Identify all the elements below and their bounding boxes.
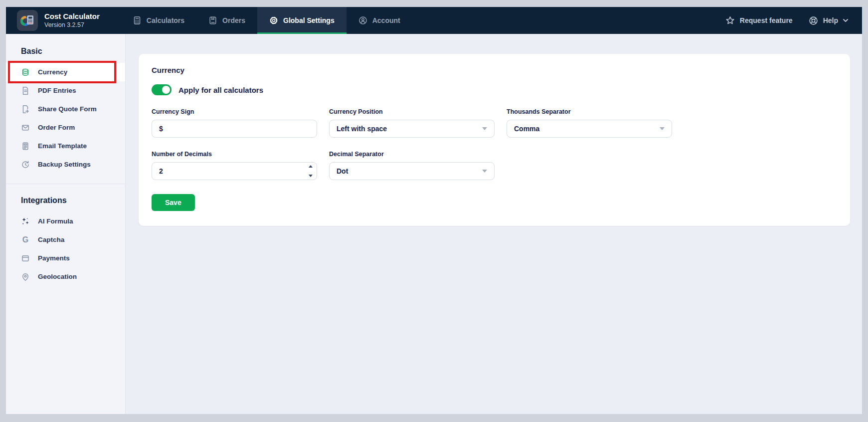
chevron-down-icon: [482, 127, 487, 130]
save-button[interactable]: Save: [152, 194, 195, 211]
chevron-down-icon: [482, 170, 487, 173]
document-icon: [21, 86, 30, 95]
thousands-separator-label: Thousands Separator: [507, 108, 672, 115]
app-title: Cost Calculator: [44, 12, 100, 20]
life-buoy-icon: [809, 16, 818, 25]
sidebar-item-currency[interactable]: Currency: [6, 63, 125, 81]
tab-label: Calculators: [147, 16, 184, 24]
sidebar-section-title-basic: Basic: [6, 47, 125, 56]
star-icon: [725, 16, 735, 25]
sidebar-item-label: Geolocation: [38, 273, 77, 280]
request-feature-label: Request feature: [740, 16, 793, 24]
map-pin-icon: [21, 272, 30, 281]
credit-card-icon: [21, 254, 30, 263]
chevron-down-icon: [843, 19, 848, 22]
apply-all-toggle[interactable]: [152, 84, 172, 95]
stepper-up-icon[interactable]: [309, 165, 313, 168]
sidebar-item-ai-formula[interactable]: AI Formula: [6, 212, 125, 230]
body-row: Basic Currency PDF Entries: [6, 34, 862, 414]
apply-all-toggle-row: Apply for all calculators: [152, 84, 837, 95]
sidebar-item-pdf-entries[interactable]: PDF Entries: [6, 81, 125, 100]
form-row-2: Number of Decimals Decimal Separator: [152, 151, 837, 180]
decimal-separator-value: Dot: [337, 167, 348, 175]
receipt-icon: [21, 142, 30, 151]
sparkles-icon: [21, 217, 30, 226]
help-menu[interactable]: Help: [809, 16, 848, 25]
sidebar-item-backup-settings[interactable]: Backup Settings: [6, 155, 125, 174]
app-window: Cost Calculator Version 3.2.57 Calculato…: [6, 7, 862, 414]
sidebar-section-title-integrations: Integrations: [6, 196, 125, 205]
topbar-right-actions: Request feature Help: [725, 7, 862, 34]
sidebar-item-label: Currency: [38, 68, 67, 76]
top-navigation-bar: Cost Calculator Version 3.2.57 Calculato…: [6, 7, 862, 34]
help-label: Help: [823, 16, 838, 24]
sidebar-divider: [6, 184, 125, 184]
currency-sign-group: Currency Sign: [152, 108, 317, 138]
google-g-icon: G: [21, 235, 30, 244]
tab-orders[interactable]: Orders: [196, 7, 257, 34]
tab-global-settings[interactable]: Global Settings: [257, 7, 347, 34]
sidebar-item-order-form[interactable]: Order Form: [6, 118, 125, 137]
toggle-knob: [162, 86, 170, 94]
sidebar-item-label: Email Template: [38, 142, 87, 150]
history-icon: [21, 160, 30, 169]
sidebar-item-share-quote-form[interactable]: Share Quote Form: [6, 100, 125, 118]
number-stepper[interactable]: [309, 165, 313, 177]
chevron-down-icon: [660, 127, 665, 130]
app-brand: Cost Calculator Version 3.2.57: [6, 7, 121, 34]
settings-sidebar: Basic Currency PDF Entries: [6, 34, 126, 414]
request-feature-button[interactable]: Request feature: [725, 16, 793, 25]
sidebar-item-label: Share Quote Form: [38, 105, 97, 113]
number-of-decimals-input[interactable]: [152, 162, 317, 180]
gear-icon: [269, 16, 278, 25]
apply-all-toggle-label: Apply for all calculators: [178, 86, 263, 94]
app-version: Version 3.2.57: [44, 21, 100, 29]
currency-sign-input[interactable]: [152, 120, 317, 138]
currency-position-value: Left with space: [337, 125, 387, 133]
decimal-separator-group: Decimal Separator Dot: [329, 151, 495, 180]
currency-position-select[interactable]: Left with space: [329, 120, 495, 138]
thousands-separator-group: Thousands Separator Comma: [507, 108, 672, 138]
sidebar-item-email-template[interactable]: Email Template: [6, 137, 125, 155]
sidebar-item-label: AI Formula: [38, 217, 73, 225]
sidebar-item-label: Backup Settings: [38, 161, 91, 168]
currency-position-label: Currency Position: [329, 108, 495, 115]
sidebar-item-captcha[interactable]: G Captcha: [6, 230, 125, 249]
number-of-decimals-label: Number of Decimals: [152, 151, 317, 158]
decimal-separator-select[interactable]: Dot: [329, 162, 495, 180]
main-tabs: Calculators Orders Global Settings: [121, 7, 412, 34]
currency-settings-card: Currency Apply for all calculators Curre…: [139, 54, 850, 226]
currency-position-group: Currency Position Left with space: [329, 108, 495, 138]
number-of-decimals-wrap: [152, 162, 317, 180]
sidebar-item-geolocation[interactable]: Geolocation: [6, 267, 125, 286]
brand-text: Cost Calculator Version 3.2.57: [44, 12, 100, 29]
tab-label: Global Settings: [283, 16, 335, 24]
account-icon: [358, 16, 367, 25]
sidebar-item-label: PDF Entries: [38, 87, 76, 94]
currency-sign-label: Currency Sign: [152, 108, 317, 115]
tab-label: Account: [372, 16, 400, 24]
card-title: Currency: [152, 66, 837, 74]
calculator-icon: [133, 16, 142, 25]
decimal-separator-label: Decimal Separator: [329, 151, 495, 158]
cost-calculator-logo-icon: [19, 12, 36, 29]
sidebar-item-label: Captcha: [38, 236, 64, 243]
sidebar-item-payments[interactable]: Payments: [6, 249, 125, 267]
main-content: Currency Apply for all calculators Curre…: [126, 34, 862, 414]
sidebar-item-label: Payments: [38, 254, 70, 262]
tab-calculators[interactable]: Calculators: [121, 7, 196, 34]
tab-label: Orders: [222, 16, 245, 24]
app-logo: [17, 10, 38, 31]
tab-account[interactable]: Account: [347, 7, 412, 34]
stepper-down-icon[interactable]: [309, 175, 313, 177]
coins-icon: [21, 68, 30, 77]
form-row-1: Currency Sign Currency Position Left wit…: [152, 108, 837, 138]
thousands-separator-select[interactable]: Comma: [507, 120, 672, 138]
envelope-icon: [21, 123, 30, 132]
number-of-decimals-group: Number of Decimals: [152, 151, 317, 180]
sidebar-item-label: Order Form: [38, 124, 75, 131]
share-document-icon: [21, 105, 30, 114]
orders-icon: [208, 16, 217, 25]
thousands-separator-value: Comma: [514, 125, 539, 133]
